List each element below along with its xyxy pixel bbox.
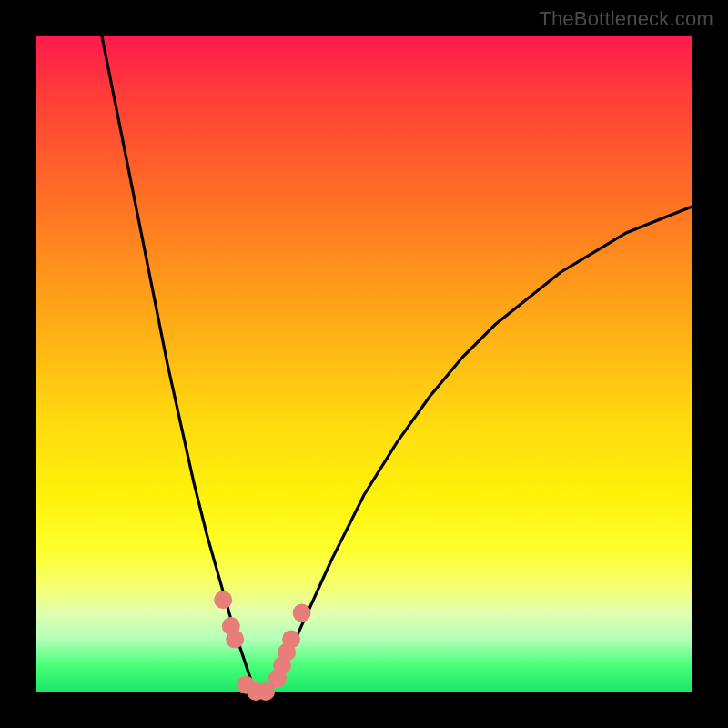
bottleneck-curve: [102, 36, 692, 692]
chart-svg: [36, 36, 692, 692]
marker-point: [214, 591, 232, 609]
plot-area: [36, 36, 692, 692]
chart-frame: TheBottleneck.com: [0, 0, 728, 728]
curve-layer: [102, 36, 692, 692]
marker-point: [226, 630, 244, 648]
watermark-text: TheBottleneck.com: [539, 7, 713, 31]
marker-point: [293, 604, 311, 622]
marker-point: [282, 630, 300, 648]
